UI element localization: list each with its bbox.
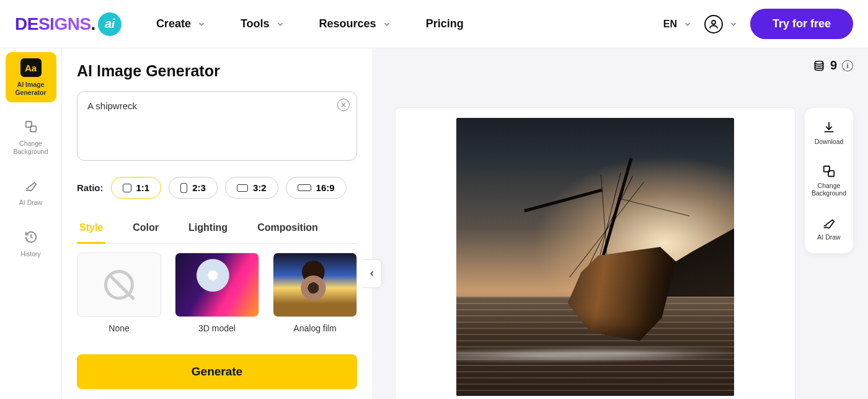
- main-nav: Create Tools Resources Pricing: [156, 17, 464, 30]
- sidebar-item-history[interactable]: History: [6, 222, 56, 264]
- chevron-down-icon: [729, 20, 738, 29]
- sidebar-item-ai-draw[interactable]: AI Draw: [6, 170, 56, 213]
- sidebar-item-ai-image-generator[interactable]: Aa AI Image Generator: [6, 52, 56, 102]
- nav-label: Resources: [319, 17, 376, 30]
- ratio-3-2[interactable]: 3:2: [225, 177, 278, 199]
- control-panel: AI Image Generator Ratio: 1:1 2:3 3:2: [62, 48, 372, 399]
- style-thumb: [175, 253, 259, 317]
- ratio-value: 16:9: [316, 182, 335, 193]
- text-icon: Aa: [20, 58, 42, 77]
- language-label: EN: [663, 19, 677, 30]
- tool-label: Change Background: [807, 182, 851, 197]
- ratio-value: 2:3: [192, 182, 206, 193]
- prompt-wrap: [77, 91, 357, 163]
- ratio-row: Ratio: 1:1 2:3 3:2 16:9: [77, 177, 357, 199]
- generated-image[interactable]: [456, 118, 734, 396]
- style-name: 3D model: [198, 323, 236, 333]
- nav-resources[interactable]: Resources: [319, 17, 391, 30]
- sidebar-item-label: AI Draw: [19, 199, 42, 207]
- generate-bar: Generate: [77, 346, 357, 399]
- output-frame: [396, 108, 795, 399]
- nav-label: Pricing: [426, 17, 464, 30]
- nav-tools[interactable]: Tools: [241, 17, 285, 30]
- ratio-swatch-icon: [237, 184, 248, 192]
- none-icon: [104, 270, 134, 300]
- style-none[interactable]: None: [77, 253, 161, 333]
- ratio-swatch-icon: [298, 184, 311, 191]
- style-name: Analog film: [293, 323, 336, 333]
- page-title: AI Image Generator: [77, 62, 357, 80]
- info-icon[interactable]: i: [842, 60, 853, 71]
- app-header: DESIGNS. ai Create Tools Resources Prici…: [0, 0, 868, 48]
- history-icon: [22, 228, 40, 246]
- ratio-value: 1:1: [136, 182, 150, 193]
- tool-label: Download: [815, 138, 844, 146]
- chevron-down-icon: [197, 20, 206, 29]
- right-toolbar: Download Change Background AI Draw: [805, 108, 853, 253]
- sidebar-item-change-background[interactable]: Change Background: [6, 111, 56, 161]
- brush-icon: [22, 176, 40, 195]
- chevron-down-icon: [683, 20, 692, 29]
- layers-icon: [22, 117, 40, 136]
- ratio-value: 3:2: [253, 182, 267, 193]
- coins-icon: [813, 60, 825, 72]
- avatar-icon: [704, 15, 723, 34]
- style-thumb: [77, 253, 161, 317]
- close-icon: [340, 102, 347, 108]
- style-3d-model[interactable]: 3D model: [175, 253, 259, 333]
- header-right: EN Try for free: [663, 9, 853, 39]
- chevron-down-icon: [383, 20, 391, 29]
- tab-style[interactable]: Style: [77, 216, 105, 244]
- layers-icon: [822, 164, 836, 178]
- credits-indicator[interactable]: 9 i: [813, 58, 853, 73]
- style-thumb: [273, 253, 357, 317]
- nav-create[interactable]: Create: [156, 17, 206, 30]
- tab-composition[interactable]: Composition: [255, 216, 321, 244]
- sidebar-item-label: AI Image Generator: [7, 81, 55, 96]
- credits-count: 9: [830, 58, 837, 73]
- sidebar: Aa AI Image Generator Change Background …: [0, 48, 62, 399]
- ratio-2-3[interactable]: 2:3: [169, 177, 218, 199]
- clear-prompt-button[interactable]: [337, 99, 350, 111]
- svg-point-5: [815, 61, 823, 64]
- logo[interactable]: DESIGNS. ai: [15, 12, 122, 36]
- prompt-input[interactable]: [77, 91, 357, 161]
- tab-lighting[interactable]: Lighting: [186, 216, 230, 244]
- ratio-label: Ratio:: [77, 182, 104, 193]
- tool-download[interactable]: Download: [815, 120, 844, 146]
- styles-row: None 3D model Analog film: [77, 253, 357, 333]
- ratio-swatch-icon: [180, 183, 187, 193]
- account-menu[interactable]: [704, 15, 738, 34]
- generate-button[interactable]: Generate: [77, 354, 357, 389]
- ratio-16-9[interactable]: 16:9: [286, 177, 347, 199]
- ratio-swatch-icon: [123, 184, 131, 192]
- tab-color[interactable]: Color: [130, 216, 161, 244]
- sidebar-item-label: History: [20, 250, 41, 258]
- svg-point-0: [712, 20, 715, 24]
- nav-pricing[interactable]: Pricing: [426, 17, 464, 30]
- canvas-area: 9 i Download: [372, 48, 868, 399]
- app-body: Aa AI Image Generator Change Background …: [0, 48, 868, 399]
- nav-label: Create: [156, 17, 191, 30]
- chevron-down-icon: [276, 20, 285, 29]
- option-tabs: Style Color Lighting Composition: [77, 216, 357, 244]
- nav-label: Tools: [241, 17, 270, 30]
- ratio-1-1[interactable]: 1:1: [111, 177, 162, 199]
- tool-ai-draw[interactable]: AI Draw: [817, 216, 840, 241]
- style-analog-film[interactable]: Analog film: [273, 253, 357, 333]
- tool-change-background[interactable]: Change Background: [807, 164, 851, 197]
- style-name: None: [108, 323, 129, 333]
- logo-badge: ai: [98, 12, 122, 36]
- brush-icon: [822, 216, 836, 230]
- download-icon: [822, 120, 836, 134]
- tool-label: AI Draw: [817, 233, 840, 241]
- sidebar-item-label: Change Background: [7, 140, 55, 155]
- language-selector[interactable]: EN: [663, 19, 692, 30]
- try-free-button[interactable]: Try for free: [750, 9, 853, 39]
